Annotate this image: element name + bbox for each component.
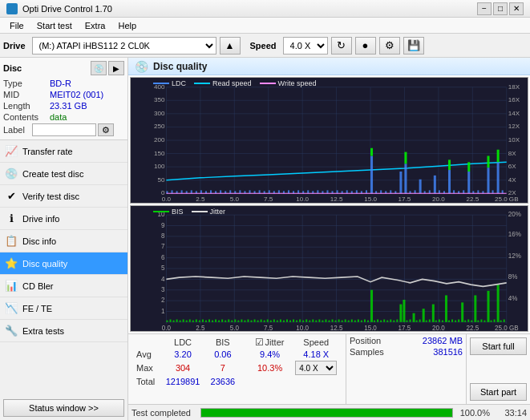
svg-text:4X: 4X [508, 176, 517, 184]
svg-rect-177 [173, 321, 175, 322]
stats-table: LDC BIS ☑ Jitter Speed [131, 336, 342, 387]
svg-rect-212 [286, 320, 288, 322]
sidebar-item-drive-info[interactable]: ℹ Drive info [0, 208, 127, 230]
svg-text:8X: 8X [508, 150, 517, 157]
transfer-rate-label: Transfer rate [22, 147, 73, 156]
svg-rect-102 [419, 180, 422, 194]
svg-text:2.5: 2.5 [196, 196, 205, 203]
svg-text:12%: 12% [508, 251, 522, 259]
svg-rect-245 [393, 321, 394, 322]
action-buttons: Start full Start part [466, 334, 530, 404]
menu-start-test[interactable]: Start test [30, 19, 79, 32]
svg-rect-254 [423, 309, 425, 322]
start-part-button[interactable]: Start part [470, 383, 527, 401]
menu-file[interactable]: File [3, 19, 30, 32]
drive-toolbar: Drive (M:) ATAPI iHBS112 2 CL0K ▲ Speed … [0, 34, 530, 58]
sidebar-item-disc-quality[interactable]: ⭐ Disc quality [0, 252, 127, 275]
verify-test-disc-label: Verify test disc [22, 192, 79, 201]
svg-rect-223 [322, 321, 323, 322]
sidebar-item-extra-tests[interactable]: 🔧 Extra tests [0, 320, 127, 342]
svg-rect-57 [200, 190, 202, 193]
svg-rect-53 [181, 190, 183, 193]
svg-rect-59 [210, 190, 212, 193]
svg-rect-218 [305, 320, 307, 322]
sidebar-item-verify-test-disc[interactable]: ✔ Verify test disc [0, 185, 127, 208]
col-header-empty [131, 336, 160, 349]
svg-rect-226 [332, 320, 334, 322]
svg-rect-265 [458, 320, 459, 322]
sidebar-item-cd-bler[interactable]: 📊 CD Bler [0, 275, 127, 297]
svg-text:4%: 4% [508, 294, 518, 302]
svg-rect-271 [477, 321, 479, 322]
svg-text:20%: 20% [508, 210, 522, 218]
svg-rect-228 [338, 320, 340, 322]
svg-text:250: 250 [154, 123, 165, 131]
stats-row-total: Total 1219891 23636 [131, 376, 342, 387]
svg-rect-211 [283, 321, 285, 322]
stats-row-max: Max 304 7 10.3% 4.0 X [131, 360, 342, 376]
refresh-button[interactable]: ↻ [331, 37, 352, 55]
svg-rect-213 [289, 321, 291, 322]
save-button[interactable]: 💾 [403, 37, 424, 55]
svg-text:15.0: 15.0 [364, 196, 377, 203]
svg-rect-67 [249, 190, 250, 193]
svg-rect-255 [426, 321, 427, 322]
label-browse-button[interactable]: ⚙ [98, 123, 114, 136]
svg-rect-238 [370, 290, 373, 322]
svg-text:5: 5 [161, 264, 165, 272]
ldc-chart-svg: 400 350 300 250 200 150 100 50 0 18X 16X [131, 78, 528, 203]
stats-table-area: LDC BIS ☑ Jitter Speed [128, 334, 346, 404]
settings-button[interactable]: ⚙ [379, 37, 400, 55]
sidebar-item-disc-info[interactable]: 📋 Disc info [0, 230, 127, 252]
sidebar-item-create-test-disc[interactable]: 💿 Create test disc [0, 163, 127, 185]
svg-rect-194 [228, 320, 229, 322]
close-button[interactable]: ✕ [509, 2, 524, 15]
svg-rect-121 [404, 152, 407, 164]
svg-rect-114 [477, 190, 479, 193]
disc-icon-1[interactable]: 💿 [91, 61, 107, 75]
svg-rect-210 [280, 320, 281, 322]
sidebar-item-fe-te[interactable]: 📉 FE / TE [0, 297, 127, 320]
menu-extra[interactable]: Extra [79, 19, 112, 32]
svg-rect-55 [191, 190, 192, 193]
svg-rect-79 [307, 190, 309, 193]
svg-text:12.5: 12.5 [330, 196, 343, 203]
svg-rect-108 [448, 170, 451, 193]
svg-text:9: 9 [161, 220, 165, 228]
svg-rect-227 [335, 321, 337, 322]
menu-help[interactable]: Help [111, 19, 143, 32]
svg-rect-246 [396, 320, 398, 322]
eject-button[interactable]: ▲ [220, 37, 241, 55]
progress-percent: 100.0% [458, 408, 490, 418]
svg-rect-220 [312, 320, 314, 322]
maximize-button[interactable]: □ [493, 2, 508, 15]
disc-info-icon: 📋 [5, 235, 18, 248]
start-full-button[interactable]: Start full [470, 337, 527, 355]
svg-rect-209 [277, 321, 278, 322]
label-input[interactable] [32, 123, 96, 136]
svg-rect-247 [399, 305, 402, 322]
record-button[interactable]: ● [355, 37, 376, 55]
sidebar-item-transfer-rate[interactable]: 📈 Transfer rate [0, 140, 127, 163]
svg-rect-243 [386, 321, 388, 322]
fe-te-label: FE / TE [22, 304, 52, 313]
svg-rect-73 [278, 190, 280, 193]
svg-rect-69 [259, 190, 261, 193]
speed-select[interactable]: 4.0 X [283, 37, 328, 55]
svg-rect-112 [467, 172, 470, 193]
svg-text:12X: 12X [508, 123, 520, 131]
disc-icon-2[interactable]: ▶ [108, 61, 124, 75]
svg-rect-51 [172, 190, 173, 193]
svg-rect-120 [370, 148, 373, 156]
svg-rect-258 [435, 321, 437, 322]
svg-rect-190 [215, 320, 216, 322]
svg-rect-109 [453, 190, 455, 193]
status-window-button[interactable]: Status window >> [3, 399, 124, 417]
svg-text:16X: 16X [508, 96, 520, 103]
svg-rect-179 [180, 321, 181, 322]
drive-select[interactable]: (M:) ATAPI iHBS112 2 CL0K [32, 37, 216, 55]
minimize-button[interactable]: − [477, 2, 492, 15]
stats-row-avg: Avg 3.20 0.06 9.4% 4.18 X [131, 349, 342, 360]
svg-rect-89 [356, 190, 358, 193]
speed-dropdown[interactable]: 4.0 X [295, 361, 337, 375]
